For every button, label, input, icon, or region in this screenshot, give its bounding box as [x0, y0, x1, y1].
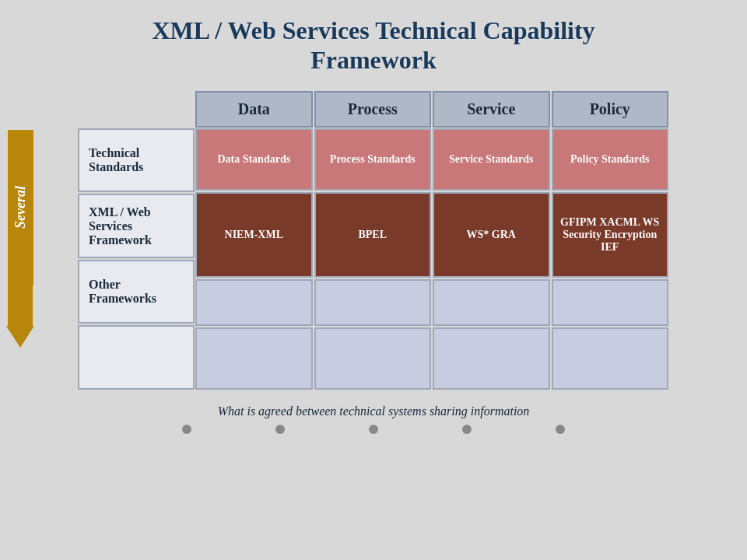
several-label: Several [8, 130, 33, 285]
col-header-data: Data [195, 91, 313, 128]
cell-extra-2 [433, 327, 550, 390]
cell-niem-xml: NIEM-XML [195, 192, 313, 278]
arrow-down-icon [6, 326, 34, 348]
cell-ws-gra: WS* GRA [433, 192, 550, 278]
row-labels: Technical Standards XML / Web Services F… [78, 128, 195, 390]
grid-row-1: NIEM-XML BPEL WS* GRA GFIPM XACML WS Sec… [195, 191, 669, 278]
col-header-service: Service [433, 91, 550, 128]
dot-4 [462, 425, 472, 434]
caption: What is agreed between technical systems… [218, 404, 530, 418]
cell-gfipm: GFIPM XACML WS Security Encryption IEF [552, 192, 669, 278]
row-label-other: Other Frameworks [78, 260, 195, 324]
header-row: Data Process Service Policy [195, 91, 669, 128]
dots-row [140, 425, 607, 434]
cell-service-standards: Service Standards [433, 128, 550, 191]
cell-other-0 [195, 279, 313, 326]
cell-extra-0 [195, 327, 313, 390]
dot-2 [275, 425, 285, 434]
cell-extra-1 [314, 327, 432, 390]
dot-3 [369, 425, 378, 434]
grid-row-2 [195, 278, 669, 327]
main-title: XML / Web Services Technical Capability … [152, 16, 594, 75]
row-label-framework: XML / Web Services Framework [78, 194, 195, 258]
cell-policy-standards: Policy Standards [552, 128, 669, 191]
col-header-process: Process [314, 91, 432, 128]
body-area: Technical Standards XML / Web Services F… [78, 128, 669, 390]
grid-cells: Data Standards Process Standards Service… [195, 128, 669, 390]
col-header-policy: Policy [552, 91, 669, 128]
cell-other-2 [433, 279, 550, 326]
cell-other-3 [552, 279, 669, 326]
page-container: XML / Web Services Technical Capability … [0, 0, 747, 560]
dot-5 [556, 425, 565, 434]
framework-area: Several Data Process Service Policy Tech… [39, 91, 708, 390]
row-label-extra [78, 325, 195, 390]
cell-other-1 [314, 279, 432, 326]
cell-process-standards: Process Standards [314, 128, 432, 191]
dot-1 [182, 425, 191, 434]
cell-bpel: BPEL [314, 192, 432, 278]
grid-container: Data Process Service Policy Technical St… [78, 91, 669, 390]
grid-row-3 [195, 327, 669, 390]
several-arrow: Several [6, 130, 34, 348]
cell-extra-3 [552, 327, 669, 390]
cell-data-standards: Data Standards [195, 128, 313, 191]
grid-row-0: Data Standards Process Standards Service… [195, 128, 669, 191]
row-label-technical: Technical Standards [78, 128, 195, 193]
